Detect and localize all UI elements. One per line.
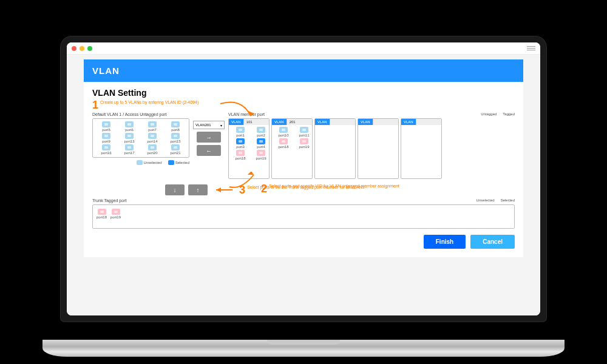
step-1-text: Create up to 5 VLANs by entering VLAN ID… — [100, 100, 198, 105]
port-port15[interactable]: port15 — [164, 133, 186, 143]
port-port18[interactable]: port18 — [274, 138, 293, 149]
port-port9[interactable]: port9 — [95, 133, 117, 143]
port-icon — [171, 121, 180, 127]
page-banner: VLAN — [84, 59, 523, 82]
window-titlebar — [67, 42, 540, 55]
port-port14[interactable]: port14 — [141, 133, 163, 143]
vlan-id-input[interactable]: 201 — [287, 119, 312, 125]
close-icon[interactable] — [72, 46, 76, 51]
trunk-legend: Unselected Selected — [476, 198, 515, 203]
port-port3[interactable]: port3 — [231, 138, 250, 149]
port-label: port17 — [124, 151, 134, 155]
vlan-column-3: VLAN — [358, 118, 399, 179]
move-down-button[interactable]: ↓ — [165, 184, 185, 195]
default-legend: Unselected Selected — [92, 160, 189, 165]
move-right-button[interactable]: → — [197, 132, 221, 143]
step-1-number: 1 — [92, 100, 98, 110]
move-left-button[interactable]: ← — [197, 145, 221, 156]
port-port19[interactable]: port19 — [110, 209, 121, 224]
legend-selected: Selected — [175, 161, 189, 164]
port-port19[interactable]: port19 — [251, 150, 271, 160]
port-icon — [102, 133, 110, 139]
port-icon — [257, 138, 265, 144]
port-label: port18 — [235, 157, 245, 160]
port-port17[interactable]: port17 — [118, 144, 140, 155]
step-2-note: 2 Select ports and specify VID for VLAN … — [261, 184, 399, 194]
screen: VLAN VLAN Setting 1 Create up to 5 VLANs… — [67, 42, 540, 315]
port-label: port1 — [236, 133, 245, 137]
port-icon — [279, 138, 288, 144]
finish-button[interactable]: Finish — [424, 235, 466, 249]
port-label: port19 — [110, 215, 121, 219]
vlan-member-section: VLAN member port Untagged Tagged VLAN101… — [228, 112, 515, 179]
port-port13[interactable]: port13 — [118, 133, 140, 143]
port-icon — [257, 127, 265, 133]
port-label: port10 — [278, 133, 288, 137]
cancel-button[interactable]: Cancel — [470, 235, 515, 249]
default-ports-grid: port5port6port7port8port9port13port14por… — [95, 121, 186, 155]
port-label: port18 — [278, 145, 288, 149]
trunk-label: Trunk Tagged port — [92, 198, 126, 203]
default-vlan-label: Default VLAN 1 / Access Untagged port — [92, 112, 189, 116]
port-port19[interactable]: port19 — [294, 138, 314, 149]
port-port8[interactable]: port8 — [164, 121, 186, 132]
port-icon — [257, 150, 265, 156]
port-icon — [148, 144, 157, 150]
port-icon — [171, 144, 180, 150]
port-port7[interactable]: port7 — [141, 121, 163, 132]
port-label: port15 — [170, 140, 180, 143]
port-icon — [171, 133, 180, 139]
action-buttons: Finish Cancel — [92, 235, 515, 249]
port-icon — [300, 138, 308, 144]
port-port18[interactable]: port18 — [231, 150, 250, 160]
port-label: port9 — [102, 140, 110, 143]
port-port18[interactable]: port18 — [97, 209, 107, 224]
port-icon — [125, 144, 134, 150]
port-label: port4 — [257, 145, 265, 149]
default-ports-box: port5port6port7port8port9port13port14por… — [92, 118, 189, 158]
port-icon — [148, 133, 157, 139]
port-label: port19 — [256, 157, 266, 160]
port-label: port16 — [101, 151, 111, 155]
port-port6[interactable]: port6 — [118, 121, 140, 132]
default-vlan-column: Default VLAN 1 / Access Untagged port po… — [92, 112, 189, 165]
port-label: port13 — [124, 140, 134, 143]
vlan-column-1: VLAN201port10port11port18port19 — [271, 118, 313, 179]
port-icon — [98, 209, 106, 215]
port-port10[interactable]: port10 — [274, 127, 293, 137]
legend-untagged: Untagged — [481, 112, 497, 116]
menu-icon[interactable] — [527, 46, 535, 50]
port-port11[interactable]: port11 — [294, 127, 314, 137]
port-icon — [236, 127, 245, 133]
step-2-text: Select ports and specify VID for VLAN un… — [269, 184, 399, 189]
vlan-column-4: VLAN — [401, 118, 442, 179]
trunk-ports-box: port18port19 — [92, 204, 515, 229]
port-label: port2 — [257, 133, 265, 137]
chevron-down-icon: ▾ — [220, 123, 222, 127]
vlan-id-input[interactable] — [373, 119, 398, 125]
port-port4[interactable]: port4 — [251, 138, 271, 149]
port-port20[interactable]: port20 — [141, 144, 163, 155]
port-port1[interactable]: port1 — [231, 127, 250, 137]
vlan-tag: VLAN — [272, 119, 287, 125]
trunk-legend-selected: Selected — [501, 198, 515, 202]
settings-card: VLAN Setting 1 Create up to 5 VLANs by e… — [84, 82, 523, 257]
port-port21[interactable]: port21 — [164, 144, 186, 155]
port-icon — [279, 127, 288, 133]
step-1-note: 1 Create up to 5 VLANs by entering VLAN … — [92, 100, 515, 110]
trunk-legend-unselected: Unselected — [476, 198, 495, 202]
move-up-button[interactable]: ↑ — [188, 184, 208, 195]
minimize-icon[interactable] — [80, 46, 84, 51]
port-label: port19 — [299, 145, 309, 149]
vlan-id-input[interactable] — [330, 119, 355, 125]
port-port16[interactable]: port16 — [95, 144, 117, 155]
vlan-id-input[interactable] — [416, 119, 441, 125]
page-title: VLAN Setting — [92, 88, 515, 98]
vlan-select-dropdown[interactable]: VLAN201 ▾ — [193, 121, 225, 129]
port-label: port18 — [97, 215, 107, 219]
maximize-icon[interactable] — [87, 46, 92, 51]
port-port5[interactable]: port5 — [95, 121, 117, 132]
port-label: port21 — [170, 151, 180, 155]
port-port2[interactable]: port2 — [251, 127, 271, 137]
port-icon — [102, 121, 110, 127]
